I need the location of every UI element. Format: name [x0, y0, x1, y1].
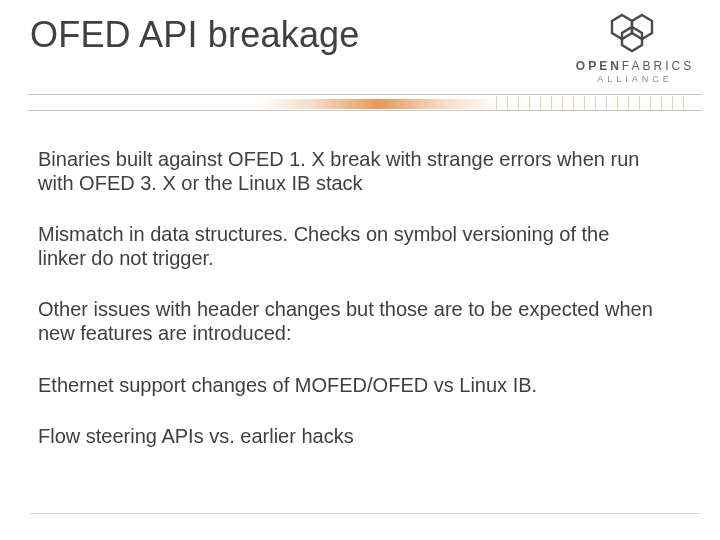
body-paragraph: Other issues with header changes but tho… — [38, 298, 660, 345]
body-paragraph: Binaries built against OFED 1. X break w… — [38, 148, 660, 195]
logo-brand: OPENFABRICS — [572, 60, 698, 72]
slide-title: OFED API breakage — [30, 14, 360, 56]
hexagon-icon — [600, 12, 670, 54]
body-paragraph: Ethernet support changes of MOFED/OFED v… — [38, 374, 660, 398]
logo-subtext: ALLIANCE — [572, 74, 698, 84]
body-paragraph: Mismatch in data structures. Checks on s… — [38, 223, 660, 270]
slide: OFED API breakage OPENFABRICS ALLIANCE B… — [0, 0, 720, 540]
openfabrics-logo: OPENFABRICS ALLIANCE — [572, 12, 698, 84]
header-divider — [0, 90, 720, 114]
logo-brand-rest: FABRICS — [622, 59, 694, 73]
logo-brand-bold: OPEN — [576, 59, 622, 73]
slide-body: Binaries built against OFED 1. X break w… — [38, 148, 660, 477]
body-paragraph: Flow steering APIs vs. earlier hacks — [38, 425, 660, 449]
footer-divider — [30, 513, 700, 514]
